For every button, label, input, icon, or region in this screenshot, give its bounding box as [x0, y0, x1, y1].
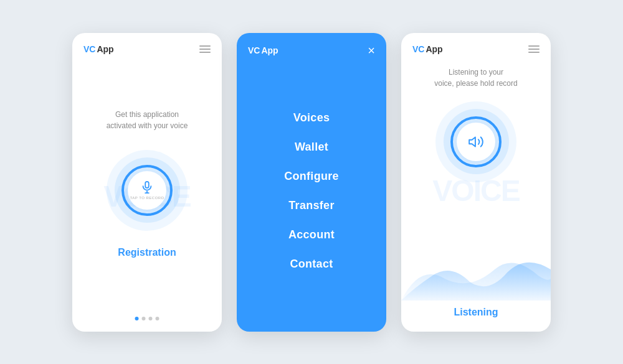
speaker-icon [468, 134, 484, 150]
wave-area [401, 245, 551, 301]
hamburger-menu-icon[interactable] [199, 45, 211, 53]
logo-vc-menu: VC [248, 45, 260, 55]
dot-2[interactable] [142, 317, 146, 320]
screen-listening: VC App Listening to yourvoice, please ho… [401, 33, 551, 332]
logo-app-menu: App [261, 45, 278, 55]
header-registration: VC App [72, 33, 222, 60]
mic-button[interactable]: TAP TO RECORD [128, 171, 166, 210]
logo-vc: VC [83, 44, 95, 54]
mic-container[interactable]: TAP TO RECORD [107, 150, 188, 231]
logo-menu: VC App [248, 45, 278, 55]
wave-visualization [401, 245, 551, 301]
header-menu: VC App × [237, 33, 386, 63]
speaker-container[interactable] [435, 101, 516, 182]
menu-item-transfer[interactable]: Transfer [237, 192, 386, 220]
screen-menu: VC App × Voices Wallet Configure Transfe… [237, 33, 386, 332]
hamburger-menu-icon-3[interactable] [528, 45, 540, 53]
logo-registration: VC App [83, 44, 114, 54]
menu-item-voices[interactable]: Voices [237, 104, 386, 132]
svg-marker-3 [469, 137, 475, 146]
close-button[interactable]: × [368, 44, 375, 57]
hamburger-line2-3 [528, 49, 540, 50]
dot-4[interactable] [156, 317, 159, 320]
listening-tagline: Listening to yourvoice, please hold reco… [434, 67, 517, 89]
logo-listening: VC App [412, 44, 443, 54]
speaker-button[interactable] [457, 123, 495, 161]
hamburger-line1 [199, 45, 211, 47]
logo-app-listening: App [426, 44, 442, 54]
page-dots [135, 317, 159, 320]
header-listening: VC App [401, 33, 551, 60]
menu-body: Voices Wallet Configure Transfer Account… [237, 63, 386, 332]
menu-item-wallet[interactable]: Wallet [237, 133, 386, 161]
dot-3[interactable] [149, 317, 153, 320]
listening-screen-label: Listening [454, 307, 498, 318]
menu-item-contact[interactable]: Contact [237, 250, 386, 278]
dot-1[interactable] [135, 317, 139, 320]
menu-item-configure[interactable]: Configure [237, 162, 386, 190]
screen-registration: VC App Get this applicationactivated wit… [72, 33, 222, 332]
hamburger-line3 [199, 52, 211, 53]
registration-tagline: Get this applicationactivated with your … [107, 109, 188, 131]
hamburger-line3-3 [528, 52, 540, 53]
logo-vc-listening: VC [412, 44, 424, 54]
svg-rect-0 [145, 182, 149, 188]
registration-screen-label: Registration [118, 247, 176, 258]
logo-app: App [97, 44, 113, 54]
hamburger-line1-3 [528, 45, 540, 47]
tap-to-record-label: TAP TO RECORD [130, 196, 164, 200]
microphone-icon [140, 180, 154, 194]
menu-item-account[interactable]: Account [237, 221, 386, 249]
registration-body: Get this applicationactivated with your … [72, 60, 222, 332]
listening-body: Listening to yourvoice, please hold reco… [401, 60, 551, 332]
hamburger-line2 [199, 49, 211, 50]
